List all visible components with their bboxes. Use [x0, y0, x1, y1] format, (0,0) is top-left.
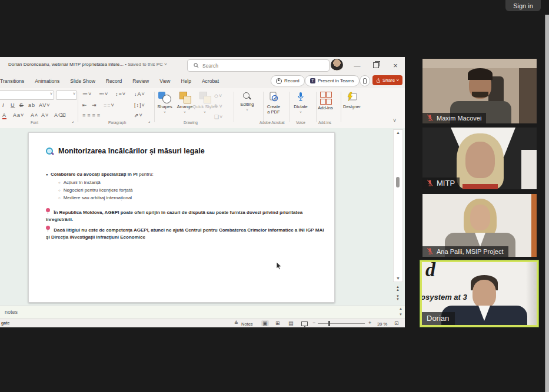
share-icon [376, 78, 381, 83]
account-avatar[interactable] [331, 59, 343, 71]
text-effects-button[interactable]: AV˅ [39, 102, 51, 108]
video-tile-mitp[interactable]: MITP [422, 128, 537, 189]
minimize-button[interactable]: — [348, 57, 366, 73]
grow-font-button[interactable]: A˄ [31, 112, 38, 118]
addins-button[interactable]: Add-ins [312, 92, 338, 111]
video-tile-ana[interactable]: Ana Palii, MSIP Project [422, 194, 537, 257]
zoom-slider-track[interactable] [318, 323, 365, 324]
vertical-scrollbar[interactable]: ▲ ▼ [393, 129, 403, 282]
autosave-caret-icon[interactable]: ˅ [164, 62, 167, 67]
tab-transitions[interactable]: Transitions [0, 78, 29, 84]
view-reading-button[interactable]: ▤ [288, 320, 294, 326]
notes-scroll-down-icon[interactable]: ▼ [399, 313, 402, 316]
line-spacing-button[interactable]: ↕≡˅ [115, 91, 126, 97]
tab-help[interactable]: Help [175, 78, 196, 84]
comment-icon [363, 78, 367, 84]
addins-group-label: Add-ins [318, 120, 331, 125]
zoom-slider-thumb[interactable] [328, 321, 330, 326]
participant-name: MITP [437, 179, 455, 187]
autosave-status[interactable]: • Saved to this PC [125, 62, 163, 67]
view-normal-button[interactable]: ▣ [261, 320, 269, 326]
columns-button[interactable]: ==˅ [104, 102, 115, 108]
voice-group-label: Voice [296, 120, 305, 125]
tab-record[interactable]: Record [101, 78, 127, 84]
create-pdf-button[interactable]: Createa PDF [261, 92, 287, 115]
numbering-button[interactable]: ≕˅ [99, 91, 108, 97]
view-slideshow-button[interactable] [301, 321, 308, 326]
sign-in-button[interactable]: Sign in [505, 0, 541, 11]
zoom-in-button[interactable]: + [368, 320, 371, 326]
strikethrough-button[interactable]: S [19, 102, 24, 108]
previous-slide-button[interactable]: ▲▲ [395, 286, 401, 291]
font-name-combo[interactable] [0, 91, 54, 100]
align-text-button[interactable]: [↕]˅ [134, 102, 145, 108]
restore-button[interactable] [367, 57, 385, 73]
document-title[interactable]: Dorian Doronceanu, webinar MITP propriet… [8, 62, 167, 67]
clear-formatting-button[interactable]: A⌫ [54, 112, 66, 118]
zoom-out-button[interactable]: − [312, 320, 315, 326]
status-accessibility-label[interactable]: gate [1, 321, 9, 325]
mouse-cursor [276, 262, 282, 270]
text-direction-button[interactable]: ↓A˅ [134, 91, 145, 97]
slide-canvas[interactable]: Monitorizarea încălcărilor și măsuri leg… [28, 132, 335, 303]
bullets-button[interactable]: ≔˅ [82, 91, 92, 97]
scroll-up-icon[interactable]: ▲ [394, 130, 402, 136]
smartart-button[interactable]: ⇗˅ [134, 112, 143, 118]
comments-button[interactable] [360, 75, 370, 86]
powerpoint-shared-window: Dorian Doronceanu, webinar MITP propriet… [0, 57, 405, 327]
align-left-button[interactable]: ≡≡≡≡ [82, 112, 102, 118]
font-size-combo[interactable] [56, 91, 77, 100]
share-button[interactable]: Share ˅ [372, 75, 402, 85]
video-tile-maxim[interactable]: Maxim Macovei [422, 59, 537, 123]
search-placeholder: Search [202, 63, 218, 69]
acrobat-pdf-icon [268, 92, 279, 102]
notes-pane[interactable]: notes ▲ ▼ [0, 306, 405, 319]
paragraph-dialog-launcher[interactable]: ⌟ [148, 119, 151, 123]
notes-toggle-label[interactable]: Notes [241, 321, 253, 327]
decrease-indent-button[interactable]: ⇤ [82, 102, 88, 108]
font-dialog-launcher[interactable]: ⌟ [72, 119, 74, 123]
change-case-button[interactable]: Aa˅ [13, 112, 24, 118]
scroll-down-icon[interactable]: ▼ [394, 276, 402, 282]
tab-animations[interactable]: Animations [29, 78, 65, 84]
present-in-teams-button[interactable]: T Present in Teams [305, 75, 360, 86]
addins-icon [320, 92, 331, 105]
fit-to-window-icon[interactable]: ⊡ [394, 320, 399, 326]
record-button[interactable]: Record [271, 75, 305, 86]
character-spacing-button[interactable]: ab [28, 102, 35, 108]
italic-button[interactable]: I [2, 102, 5, 108]
designer-icon [346, 92, 358, 102]
dictate-button[interactable]: Dictate˅ [288, 92, 314, 115]
collapse-ribbon-icon[interactable]: ˅ [393, 118, 397, 123]
shape-effects-button[interactable]: ❏˅ [214, 114, 223, 120]
tab-view[interactable]: View [154, 78, 175, 84]
video-tile-dorian-active[interactable]: d osystem at 3 Dorian [420, 260, 538, 327]
underline-button[interactable]: U [11, 102, 15, 108]
search-icon [194, 63, 199, 68]
search-input[interactable]: Search [187, 59, 330, 72]
font-color-button[interactable]: A [2, 112, 6, 119]
shape-fill-button[interactable]: ◇˅ [214, 93, 222, 99]
notes-scroll-up-icon[interactable]: ▲ [399, 307, 402, 310]
next-slide-button[interactable]: ▼▼ [395, 295, 401, 300]
participant-name: Dorian [427, 314, 449, 323]
tab-slide-show[interactable]: Slide Show [65, 78, 101, 84]
quick-styles-icon [198, 92, 211, 103]
close-button[interactable]: × [387, 57, 404, 73]
editing-button[interactable]: Editing˅ [234, 92, 260, 112]
shape-outline-button[interactable]: ✎˅ [214, 103, 223, 109]
increase-indent-button[interactable]: ⇥ [92, 102, 97, 108]
designer-button[interactable]: Designer [339, 92, 365, 110]
scroll-thumb[interactable] [396, 177, 400, 187]
tab-review[interactable]: Review [127, 78, 154, 84]
shrink-font-button[interactable]: A˅ [41, 112, 49, 118]
record-icon [276, 78, 282, 84]
view-slide-sorter-button[interactable]: ⊞ [275, 320, 280, 326]
slide-title: Monitorizarea încălcărilor și măsuri leg… [46, 147, 205, 155]
tab-acrobat[interactable]: Acrobat [197, 78, 224, 84]
beard [472, 92, 488, 98]
zoom-level[interactable]: 39 % [377, 321, 387, 327]
notes-toggle-icon[interactable]: ≜ [234, 320, 238, 326]
background-window-edge [545, 15, 549, 392]
slide-pin-paragraph: Dacă litigiul nu este de competența AGEP… [46, 226, 327, 242]
